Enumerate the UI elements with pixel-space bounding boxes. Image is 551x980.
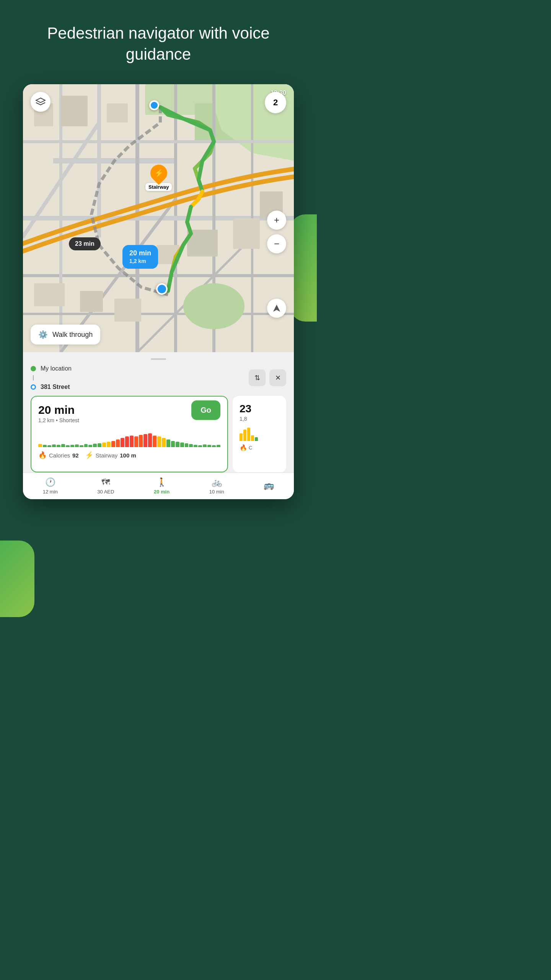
destination-item[interactable]: 381 Street bbox=[31, 384, 72, 390]
navigation-button[interactable] bbox=[267, 299, 286, 318]
tab-car-label: 12 min bbox=[43, 489, 58, 495]
route-primary-time-bubble[interactable]: 20 min 1,2 km bbox=[122, 245, 158, 269]
origin-item[interactable]: My location bbox=[31, 365, 72, 372]
svg-rect-19 bbox=[107, 103, 128, 122]
svg-marker-29 bbox=[273, 305, 280, 312]
zoom-in-button[interactable]: + bbox=[267, 211, 286, 230]
elevation-bar bbox=[125, 436, 129, 447]
tab-car[interactable]: 🕐 12 min bbox=[43, 477, 58, 495]
stairway-value: 100 m bbox=[120, 452, 136, 459]
filter-icon: ⚙️ bbox=[38, 330, 48, 339]
elevation-bar bbox=[75, 444, 79, 447]
alt-route-sub: 1,8 bbox=[240, 416, 279, 422]
elevation-chart bbox=[38, 428, 220, 447]
location-list: My location 381 Street bbox=[31, 365, 72, 390]
calories-icon: 🔥 bbox=[38, 451, 47, 459]
svg-rect-24 bbox=[34, 283, 65, 306]
elevation-bar bbox=[207, 445, 211, 447]
route-number-badge[interactable]: 2 bbox=[265, 92, 286, 113]
elevation-bar bbox=[80, 445, 83, 447]
alt-calories-stat: 🔥 C bbox=[240, 444, 279, 451]
elevation-bar bbox=[166, 439, 170, 447]
alt-elevation-chart bbox=[240, 426, 279, 441]
zoom-out-button[interactable]: − bbox=[267, 234, 286, 253]
route-current-dot bbox=[156, 283, 168, 295]
bottom-panel: My location 381 Street ⇅ ✕ 20 min bbox=[23, 352, 294, 472]
elevation-bar bbox=[194, 445, 197, 447]
car-icon: 🕐 bbox=[45, 477, 55, 487]
map-svg bbox=[23, 84, 294, 352]
bike-icon: 🚲 bbox=[212, 477, 222, 487]
map-area[interactable]: 12:30 2 + − bbox=[23, 84, 294, 352]
stairway-label: Stairway bbox=[96, 452, 118, 459]
tab-walk[interactable]: 🚶 20 min bbox=[154, 477, 170, 495]
route-stats: 🔥 Calories 92 ⚡ Stairway 100 m bbox=[38, 451, 220, 465]
tab-taxi[interactable]: 🗺 30 AED bbox=[97, 477, 114, 495]
elevation-bar bbox=[52, 444, 56, 447]
elevation-bar bbox=[176, 442, 179, 447]
primary-route-card[interactable]: 20 min 1,2 km • Shortest Go 🔥 Calories 9… bbox=[31, 396, 228, 472]
close-route-button[interactable]: ✕ bbox=[269, 369, 286, 386]
elevation-bar bbox=[157, 436, 161, 447]
walk-through-label: Walk through bbox=[52, 331, 93, 339]
elevation-bar bbox=[148, 433, 152, 447]
stairway-icon: ⚡ bbox=[85, 451, 93, 459]
svg-rect-22 bbox=[233, 218, 260, 249]
stairway-stat: ⚡ Stairway 100 m bbox=[85, 451, 136, 459]
elevation-bar bbox=[116, 439, 120, 447]
transit-icon: 🚌 bbox=[264, 480, 274, 490]
elevation-bar bbox=[162, 438, 166, 447]
svg-rect-18 bbox=[61, 96, 88, 126]
elevation-bar bbox=[189, 444, 193, 447]
elevation-bar bbox=[61, 444, 65, 447]
stairway-marker[interactable]: ⚡ Stairway bbox=[145, 165, 172, 191]
primary-route-sub: 1,2 km • Shortest bbox=[38, 417, 79, 423]
elevation-bar bbox=[102, 443, 106, 447]
stairway-pin: ⚡ bbox=[147, 161, 171, 185]
svg-marker-28 bbox=[36, 98, 45, 103]
tab-walk-label: 20 min bbox=[154, 489, 170, 495]
location-actions: ⇅ ✕ bbox=[249, 369, 286, 386]
elevation-bar bbox=[43, 445, 47, 447]
elevation-bar bbox=[139, 435, 143, 447]
tab-transit[interactable]: 🚌 bbox=[264, 480, 274, 492]
location-row: My location 381 Street ⇅ ✕ bbox=[31, 365, 286, 390]
elevation-bar bbox=[57, 445, 60, 447]
layers-icon bbox=[35, 97, 46, 106]
tab-bike[interactable]: 🚲 10 min bbox=[209, 477, 224, 495]
elevation-bar bbox=[121, 438, 124, 447]
wave-bottom-decoration bbox=[0, 541, 34, 617]
elevation-bar bbox=[84, 444, 88, 447]
bottom-tab-bar: 🕐 12 min 🗺 30 AED 🚶 20 min 🚲 10 min 🚌 bbox=[23, 472, 294, 499]
elevation-bar bbox=[217, 445, 220, 447]
elevation-bar bbox=[70, 445, 74, 447]
elevation-bar bbox=[134, 436, 138, 447]
drag-handle[interactable] bbox=[151, 358, 166, 360]
alt-route-card[interactable]: 23 1,8 🔥 C bbox=[233, 396, 286, 472]
destination-dot bbox=[31, 384, 36, 390]
elevation-bar bbox=[198, 445, 202, 447]
elevation-bar bbox=[212, 445, 216, 447]
svg-rect-26 bbox=[114, 299, 141, 322]
elevation-bar bbox=[130, 436, 134, 447]
elevation-bar bbox=[111, 441, 115, 447]
elevation-bar bbox=[171, 441, 175, 447]
tab-taxi-label: 30 AED bbox=[97, 489, 114, 495]
go-button[interactable]: Go bbox=[191, 400, 220, 420]
elevation-bar bbox=[88, 445, 92, 447]
calories-label: Calories bbox=[49, 452, 70, 459]
walk-through-button[interactable]: ⚙️ Walk through bbox=[31, 325, 100, 345]
elevation-bar bbox=[38, 444, 42, 447]
layers-button[interactable] bbox=[31, 92, 51, 112]
svg-point-27 bbox=[183, 283, 245, 329]
elevation-bar bbox=[47, 445, 51, 447]
elevation-bar bbox=[203, 444, 207, 447]
elevation-bar bbox=[98, 443, 101, 447]
swap-route-button[interactable]: ⇅ bbox=[249, 369, 266, 386]
location-connector bbox=[33, 375, 34, 381]
route-start-dot bbox=[149, 100, 159, 110]
route-alt-time-bubble[interactable]: 23 min bbox=[69, 237, 101, 250]
elevation-bar bbox=[153, 436, 156, 447]
svg-rect-25 bbox=[80, 291, 103, 312]
primary-route-time: 20 min bbox=[38, 403, 79, 416]
